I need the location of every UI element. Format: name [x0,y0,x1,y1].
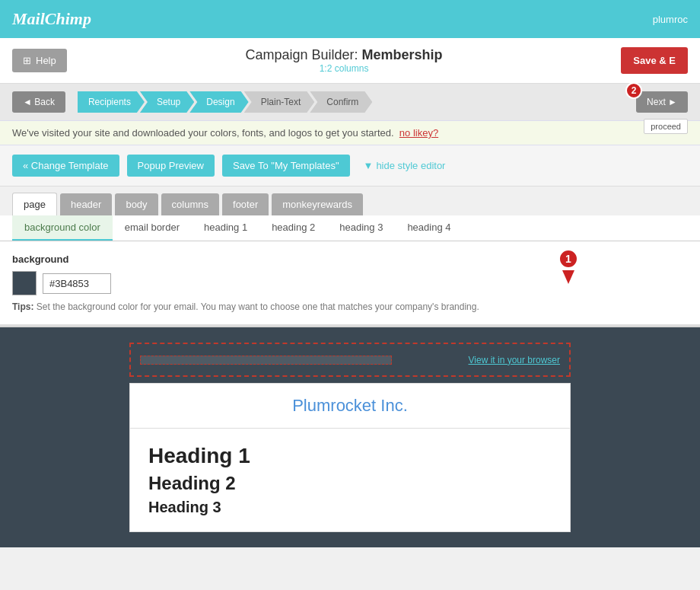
steps-bar: ◄ Back Recipients Setup Design Plain-Tex… [0,84,700,120]
bg-field-label: background [12,254,688,265]
no-likey-link[interactable]: no likey? [399,127,438,139]
style-tab-columns[interactable]: columns [161,193,219,215]
username: plumroc [653,14,688,25]
preview-header-placeholder: View it in your browser [129,343,571,377]
step-recipients[interactable]: Recipients [78,91,145,113]
preview-logo-link[interactable]: Plumrocket Inc. [292,396,408,415]
step-design[interactable]: Design [189,91,248,113]
preview-body: Heading 1 Heading 2 Heading 3 [129,429,571,532]
badge-1: 1 [558,249,578,269]
steps-nav: Recipients Setup Design Plain-Text Confi… [78,91,372,113]
preview-heading1: Heading 1 [148,444,552,468]
next-button[interactable]: Next ► [636,91,688,113]
preview-inner: View it in your browser Plumrocket Inc. … [129,343,571,532]
badge-1-wrap: 1 [558,249,578,284]
preview-heading3: Heading 3 [148,499,552,516]
save-template-button[interactable]: Save To "My Templates" [222,155,350,177]
change-template-button[interactable]: « Change Template [12,155,119,177]
sub-tab-email-border[interactable]: email border [113,215,192,241]
table-icon: ⊞ [23,55,31,66]
back-button[interactable]: ◄ Back [12,91,65,113]
notification-bar: We've visited your site and downloaded y… [0,120,700,145]
color-row [12,271,688,295]
top-bar: MailChimp plumroc [0,0,700,38]
style-editor: page header body columns footer monkeyre… [0,187,700,327]
style-tab-page[interactable]: page [12,193,57,215]
color-swatch[interactable] [12,271,37,295]
next-button-wrap: 2 Next ► proceed [636,91,688,113]
main-toolbar: « Change Template Popup Preview Save To … [0,145,700,187]
preview-logo-bar: Plumrocket Inc. [129,383,571,429]
color-hex-input[interactable] [43,273,111,294]
sub-tabs-row: background color email border heading 1 … [0,215,700,241]
preview-heading2: Heading 2 [148,473,552,494]
sub-tab-bgcolor[interactable]: background color [12,215,113,241]
mailchimp-logo: MailChimp [12,9,91,29]
campaign-subtitle: 1:2 columns [67,63,622,74]
step-setup[interactable]: Setup [140,91,194,113]
style-tab-header[interactable]: header [60,193,112,215]
style-tab-monkeyrewards[interactable]: monkeyrewards [272,193,363,215]
editor-content: background Tips: Set the background colo… [0,241,700,327]
hide-editor-link[interactable]: ▼ hide style editor [364,160,446,171]
style-tabs-row: page header body columns footer monkeyre… [0,187,700,215]
proceed-tooltip: proceed [644,119,688,134]
sub-tab-heading4[interactable]: heading 4 [395,215,463,241]
campaign-title: Campaign Builder: Membership [67,47,622,63]
header-left-placeholder [140,356,392,365]
campaign-header: ⊞ Help Campaign Builder: Membership 1:2 … [0,38,700,84]
style-tab-body[interactable]: body [115,193,158,215]
step-plaintext[interactable]: Plain-Text [244,91,315,113]
sub-tab-heading2[interactable]: heading 2 [259,215,327,241]
sub-tab-heading3[interactable]: heading 3 [327,215,395,241]
tips-text: Tips: Set the background color for your … [12,301,688,312]
popup-preview-button[interactable]: Popup Preview [127,155,215,177]
style-tab-footer[interactable]: footer [222,193,269,215]
arrow-down-icon: ▼ [364,160,374,171]
step-confirm[interactable]: Confirm [310,91,372,113]
view-browser-link[interactable]: View it in your browser [469,355,561,365]
step-badge-2: 2 [625,82,642,99]
sub-tab-heading1[interactable]: heading 1 [192,215,259,241]
email-preview: View it in your browser Plumrocket Inc. … [0,327,700,547]
help-button[interactable]: ⊞ Help [12,49,67,72]
save-exit-button[interactable]: Save & E [621,47,688,74]
campaign-title-area: Campaign Builder: Membership 1:2 columns [67,47,622,74]
badge-1-arrow [562,270,574,284]
